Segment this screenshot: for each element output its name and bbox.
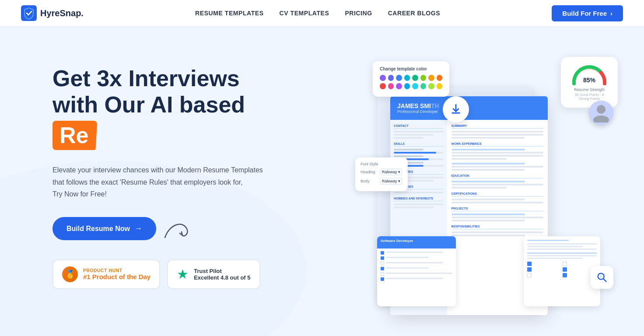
magnify-icon	[596, 271, 608, 284]
strength-gauge-svg: 85%	[570, 64, 609, 86]
font-heading-row: Heading Raleway ▾	[360, 168, 402, 175]
hero-section: Get 3x Interviews with Our AI based Re E…	[0, 26, 644, 336]
curl-arrow-icon	[161, 216, 196, 242]
logo-text: HyreSnap.	[40, 8, 84, 18]
color-row-2	[380, 83, 442, 89]
logo-icon	[21, 5, 37, 21]
font-panel-row: Font Style	[360, 162, 402, 166]
color-row-1	[380, 75, 442, 81]
nav-pricing[interactable]: PRICING	[345, 10, 372, 17]
download-button[interactable]	[443, 96, 469, 122]
trustpilot-icon: ★	[177, 268, 189, 281]
svg-point-3	[593, 116, 609, 122]
resume-mockup-area: Change template color	[364, 52, 609, 315]
resume-name: JAMES SMITH	[397, 102, 541, 109]
color-dot[interactable]	[404, 75, 410, 81]
trustpilot-badge: ★ Trust Pilot Excellent 4.8 out of 5	[167, 259, 260, 289]
hero-subtitle: Elevate your interview chances with our …	[52, 164, 271, 200]
color-dot[interactable]	[404, 83, 410, 89]
navbar: HyreSnap. RESUME TEMPLATES CV TEMPLATES …	[0, 0, 644, 26]
product-hunt-icon: 🥇	[62, 266, 78, 282]
build-resume-button[interactable]: Build Resume Now →	[52, 217, 156, 240]
color-dot[interactable]	[388, 83, 394, 89]
resume-role: Professional Developer	[397, 109, 541, 114]
nav-career-blogs[interactable]: CAREER BLOGS	[388, 10, 441, 17]
color-dot[interactable]	[437, 75, 443, 81]
nav-cv-templates[interactable]: CV TEMPLATES	[280, 10, 329, 17]
trustpilot-info: Trust Pilot Excellent 4.8 out of 5	[194, 268, 250, 281]
hero-left: Get 3x Interviews with Our AI based Re E…	[52, 52, 271, 289]
color-dot[interactable]	[428, 75, 434, 81]
button-arrow-icon: →	[134, 224, 142, 233]
color-dot[interactable]	[396, 75, 402, 81]
download-icon	[450, 103, 462, 116]
nav-links: RESUME TEMPLATES CV TEMPLATES PRICING CA…	[195, 9, 440, 17]
color-dot[interactable]	[388, 75, 394, 81]
hero-title: Get 3x Interviews with Our AI based Re	[52, 66, 271, 161]
product-hunt-info: PRODUCT HUNT #1 Product of the Day	[83, 268, 150, 280]
color-dot[interactable]	[420, 75, 427, 81]
color-dot[interactable]	[437, 83, 443, 89]
mini-resume-header-left: Software Developer	[377, 236, 456, 248]
resume-strength-card: 85% Resume Strength 38 Good Points · 8 S…	[561, 57, 618, 108]
build-for-free-button[interactable]: Build For Free ›	[552, 5, 623, 21]
avatar	[589, 101, 613, 125]
color-dot[interactable]	[412, 75, 418, 81]
resume-header: JAMES SMITH Professional Developer	[390, 96, 548, 120]
color-dot[interactable]	[396, 83, 402, 89]
font-body-row: Body Raleway ▾	[360, 178, 402, 185]
svg-text:85%: 85%	[583, 77, 596, 84]
color-dot[interactable]	[412, 83, 418, 89]
avatar-image	[589, 101, 613, 125]
resume-bottom-right	[524, 236, 600, 306]
resume-bottom-left: Software Developer	[377, 236, 456, 306]
color-dot[interactable]	[420, 83, 427, 89]
color-dot[interactable]	[380, 75, 386, 81]
nav-resume-templates[interactable]: RESUME TEMPLATES	[195, 10, 264, 17]
hero-badge: Re	[52, 121, 97, 150]
font-style-panel[interactable]: Font Style Heading Raleway ▾ Body Ralewa…	[355, 158, 408, 191]
color-picker-panel[interactable]: Change template color	[373, 61, 449, 97]
svg-point-2	[597, 105, 606, 114]
product-hunt-badge: 🥇 PRODUCT HUNT #1 Product of the Day	[52, 259, 160, 289]
mini-resume-body-left	[377, 248, 456, 285]
ats-score-icon	[591, 266, 613, 289]
logo-link[interactable]: HyreSnap.	[21, 5, 84, 21]
svg-point-5	[600, 275, 602, 277]
color-dot[interactable]	[380, 83, 386, 89]
badges-row: 🥇 PRODUCT HUNT #1 Product of the Day ★ T…	[52, 259, 271, 289]
color-dot[interactable]	[428, 83, 434, 89]
